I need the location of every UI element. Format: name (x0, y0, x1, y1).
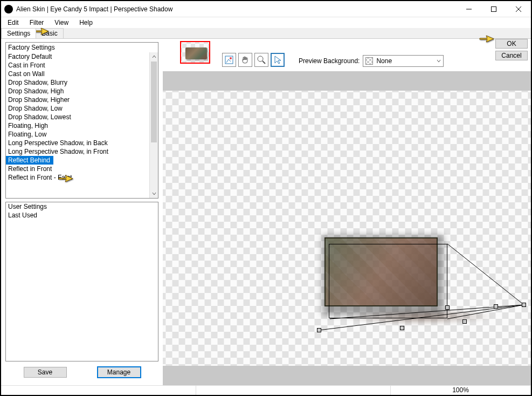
menu-filter[interactable]: Filter (25, 18, 49, 28)
thumbnail-image (185, 47, 207, 59)
preview-margin-bottom (163, 366, 531, 385)
svg-rect-1 (492, 6, 496, 11)
factory-scrollbar[interactable] (149, 52, 158, 198)
svg-point-5 (230, 57, 232, 59)
content-area: Factory Settings Factory DefaultCast in … (1, 39, 531, 385)
list-item[interactable]: Reflect in Front - Faint (6, 173, 149, 182)
minimize-icon (466, 6, 472, 12)
selection-rectangle[interactable] (329, 244, 447, 318)
menu-help[interactable]: Help (75, 18, 97, 28)
tab-strip: Settings Basic (1, 28, 531, 39)
chevron-down-icon (437, 57, 441, 65)
maximize-icon (490, 6, 497, 12)
factory-settings-body: Factory DefaultCast in FrontCast on Wall… (6, 52, 158, 198)
hand-tool[interactable] (238, 53, 252, 67)
list-item[interactable]: Drop Shadow, Lowest (6, 113, 149, 121)
navigator-icon (224, 55, 234, 65)
status-bar: 100% (1, 385, 531, 395)
ok-button[interactable]: OK (495, 39, 528, 49)
pointer-icon (273, 55, 282, 65)
status-zoom: 100% (391, 386, 531, 395)
right-area: OK Cancel (163, 39, 531, 385)
menu-bar: Edit Filter View Help (1, 17, 531, 28)
minimize-button[interactable] (457, 1, 481, 17)
user-settings-body: User Settings Last Used (6, 202, 158, 220)
scroll-up-button[interactable] (150, 52, 158, 61)
window-title: Alien Skin | Eye Candy 5 Impact | Perspe… (16, 5, 457, 13)
preview-background-select[interactable]: None (363, 55, 444, 67)
transparency-icon (365, 57, 373, 65)
tab-basic[interactable]: Basic (36, 28, 63, 38)
user-settings-header: User Settings (6, 202, 158, 211)
zoom-tool[interactable] (254, 53, 268, 67)
cancel-button[interactable]: Cancel (495, 51, 528, 60)
perspective-handle[interactable] (522, 303, 526, 307)
list-item[interactable]: Cast on Wall (6, 70, 149, 78)
svg-point-6 (258, 56, 263, 62)
list-item[interactable]: Long Perspective Shadow, in Front (6, 147, 149, 156)
manage-button[interactable]: Manage (98, 367, 141, 378)
zoom-icon (257, 55, 266, 65)
maximize-button[interactable] (481, 1, 506, 17)
tab-settings[interactable]: Settings (1, 28, 36, 38)
list-item[interactable]: Last Used (6, 211, 158, 220)
close-button[interactable] (506, 1, 531, 17)
list-item[interactable]: Drop Shadow, Higher (6, 95, 149, 104)
list-item[interactable]: Reflect Behind (6, 156, 53, 165)
scroll-thumb[interactable] (151, 62, 157, 142)
svg-line-7 (262, 61, 265, 64)
preview-background-label: Preview Background: (299, 57, 360, 69)
list-item[interactable]: Drop Shadow, High (6, 87, 149, 95)
list-item[interactable]: Cast in Front (6, 61, 149, 70)
list-item[interactable]: Drop Shadow, Low (6, 104, 149, 113)
svg-line-10 (447, 244, 524, 305)
perspective-handle[interactable] (494, 304, 498, 309)
perspective-handle[interactable] (445, 305, 450, 310)
tool-row: Preview Background: None (163, 39, 531, 71)
navigator-tool[interactable] (222, 53, 236, 67)
left-panel: Factory Settings Factory DefaultCast in … (1, 39, 163, 385)
window-controls (457, 1, 531, 17)
tool-icons (222, 41, 285, 69)
list-item[interactable]: Long Perspective Shadow, in Back (6, 139, 149, 147)
list-item[interactable]: Drop Shadow, Blurry (6, 78, 149, 87)
list-item[interactable]: Reflect in Front (6, 165, 149, 173)
menu-view[interactable]: View (50, 18, 73, 28)
user-settings-list: User Settings Last Used (5, 202, 158, 361)
preview-margin-top (163, 71, 531, 91)
perspective-handle[interactable] (400, 326, 404, 330)
chevron-down-icon (152, 192, 156, 196)
preview-area (163, 71, 531, 385)
perspective-handle[interactable] (462, 319, 467, 324)
perspective-handle[interactable] (317, 328, 321, 332)
dialog-buttons: OK Cancel (495, 39, 528, 60)
title-bar: Alien Skin | Eye Candy 5 Impact | Perspe… (1, 1, 531, 17)
list-item[interactable]: Floating, Low (6, 130, 149, 139)
preview-background-value: None (376, 57, 392, 65)
hand-tool-icon (240, 55, 250, 65)
preview-canvas[interactable] (163, 91, 531, 366)
list-item[interactable]: Floating, High (6, 121, 149, 130)
status-cell-mid (196, 386, 391, 395)
factory-settings-list: Factory Settings Factory DefaultCast in … (5, 42, 158, 199)
list-item[interactable]: Factory Default (6, 52, 149, 61)
pointer-tool[interactable] (271, 53, 285, 67)
factory-settings-header: Factory Settings (6, 43, 158, 52)
status-cell-left (1, 386, 196, 395)
preset-buttons: Save Manage (5, 365, 158, 382)
scroll-down-button[interactable] (150, 189, 158, 198)
save-button[interactable]: Save (24, 367, 67, 378)
app-icon (4, 5, 13, 13)
thumbnail-preview[interactable] (180, 41, 210, 64)
menu-edit[interactable]: Edit (3, 18, 23, 28)
close-icon (515, 6, 522, 12)
chevron-up-icon (152, 54, 156, 59)
